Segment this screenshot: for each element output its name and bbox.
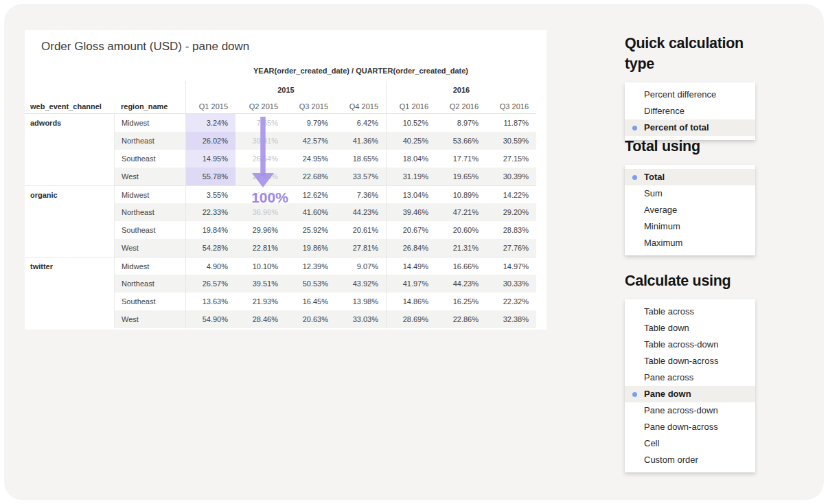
table-cell: 24.95% — [286, 150, 336, 168]
option-label: Minimum — [644, 221, 680, 231]
table-cell: 27.81% — [336, 239, 386, 257]
table-cell: 10.89% — [436, 185, 486, 203]
table-cell: 32.38% — [486, 310, 536, 328]
table-cell: 8.97% — [436, 114, 486, 132]
table-cell: 27.15% — [486, 150, 536, 168]
table-cell: 9.79% — [286, 114, 336, 132]
selected-dot-icon — [632, 175, 637, 180]
table-cell: 19.84% — [185, 221, 235, 239]
option-label: Pane across — [644, 372, 693, 382]
option-label: Percent of total — [644, 122, 709, 133]
menu-option[interactable]: Total — [625, 169, 755, 185]
menu-option[interactable]: Cell — [625, 435, 755, 452]
region-label: West — [114, 168, 185, 185]
table-cell: 28.83% — [486, 221, 536, 239]
table-cell: 54.90% — [185, 310, 235, 328]
chart-title: Order Gloss amount (USD) - pane down — [41, 40, 249, 54]
channel-label: adwords — [25, 114, 114, 185]
option-label: Cell — [644, 438, 659, 448]
panel-title: Quick calculation type — [625, 33, 762, 74]
menu-option[interactable]: Custom order — [625, 452, 755, 468]
menu-panel: Quick calculation typePercent difference… — [625, 33, 762, 140]
table-cell: 26.02% — [185, 132, 235, 150]
quarter-header: Q3 2015 — [286, 99, 336, 114]
table-cell: 14.22% — [486, 185, 536, 203]
table-cell: 18.04% — [386, 150, 436, 168]
channel-label: twitter — [25, 257, 114, 328]
table-cell: 13.63% — [185, 293, 235, 310]
table-cell: 10.52% — [386, 114, 436, 132]
year-header: 2016 — [386, 81, 536, 99]
option-label: Table across-down — [644, 339, 718, 350]
menu-option[interactable]: Pane down-across — [625, 419, 755, 435]
menu-option[interactable]: Sum — [625, 185, 755, 202]
pane-down-arrow-icon — [235, 117, 286, 190]
option-label: Total — [644, 172, 665, 182]
table-cell: 30.39% — [486, 168, 536, 185]
table-cell: 12.39% — [286, 257, 336, 275]
year-header: 2015 — [185, 81, 386, 99]
menu-option[interactable]: Percent difference — [625, 87, 755, 103]
column-axis-label: YEAR(order_created_date) / QUARTER(order… — [185, 67, 536, 75]
table-cell: 54.28% — [185, 239, 235, 257]
option-label: Maximum — [644, 238, 682, 248]
option-label: Table down-across — [644, 356, 718, 366]
table-cell: 14.95% — [185, 150, 235, 168]
menu-option[interactable]: Table across-down — [625, 336, 755, 353]
option-label: Difference — [644, 106, 685, 116]
table-cell: 41.36% — [336, 132, 386, 150]
table-cell: 50.53% — [286, 275, 336, 293]
option-label: Table down — [644, 323, 689, 333]
menu-panel: Calculate usingTable acrossTable downTab… — [625, 271, 762, 472]
menu-option[interactable]: Pane down — [625, 386, 755, 402]
menu-option[interactable]: Table down — [625, 320, 755, 336]
channel-label: organic — [25, 185, 114, 257]
menu-option[interactable]: Minimum — [625, 218, 755, 235]
panel-title: Total using — [625, 136, 762, 157]
table-cell: 44.23% — [336, 203, 386, 221]
percent-of-total-annotation: 100% — [235, 190, 304, 206]
menu-option[interactable]: Average — [625, 202, 755, 218]
table-cell: 20.63% — [286, 310, 336, 328]
menu-option[interactable]: Table across — [625, 303, 755, 320]
table-cell: 29.20% — [486, 203, 536, 221]
menu-option[interactable]: Percent of total — [625, 119, 755, 136]
table-cell: 13.04% — [386, 185, 436, 203]
menu-option[interactable]: Pane across-down — [625, 402, 755, 419]
table-cell: 10.10% — [235, 257, 286, 275]
quarter-header: Q3 2016 — [486, 99, 536, 114]
option-label: Custom order — [644, 455, 698, 465]
table-cell: 21.31% — [436, 239, 486, 257]
menu-option[interactable]: Maximum — [625, 235, 755, 251]
table-cell: 21.93% — [235, 293, 286, 310]
table-cell: 19.65% — [436, 168, 486, 185]
option-label: Sum — [644, 188, 663, 198]
table-cell: 53.66% — [436, 132, 486, 150]
table-cell: 20.60% — [436, 221, 486, 239]
region-label: Midwest — [114, 185, 185, 203]
table-cell: 13.98% — [336, 293, 386, 310]
region-label: Southeast — [114, 221, 185, 239]
row-field-header: region_name — [114, 99, 185, 114]
table-cell: 44.23% — [436, 275, 486, 293]
table-cell: 22.32% — [486, 293, 536, 310]
table-cell: 26.84% — [386, 239, 436, 257]
table-cell: 20.67% — [386, 221, 436, 239]
menu-panel: Total usingTotalSumAverageMinimumMaximum — [625, 136, 762, 255]
table-cell: 3.24% — [185, 114, 235, 132]
table-cell: 26.57% — [185, 275, 235, 293]
region-label: Midwest — [114, 257, 185, 275]
option-label: Pane down-across — [644, 422, 718, 432]
option-list: Table acrossTable downTable across-downT… — [625, 299, 755, 472]
table-cell: 27.76% — [486, 239, 536, 257]
menu-option[interactable]: Table down-across — [625, 353, 755, 369]
table-cell: 19.86% — [286, 239, 336, 257]
option-label: Pane down — [644, 389, 691, 399]
table-cell: 22.33% — [185, 203, 235, 221]
menu-option[interactable]: Pane across — [625, 369, 755, 386]
region-label: Northeast — [114, 132, 185, 150]
menu-option[interactable]: Difference — [625, 103, 755, 119]
panel-title: Calculate using — [625, 271, 762, 291]
region-label: Midwest — [114, 114, 185, 132]
table-cell: 55.78% — [185, 168, 235, 185]
